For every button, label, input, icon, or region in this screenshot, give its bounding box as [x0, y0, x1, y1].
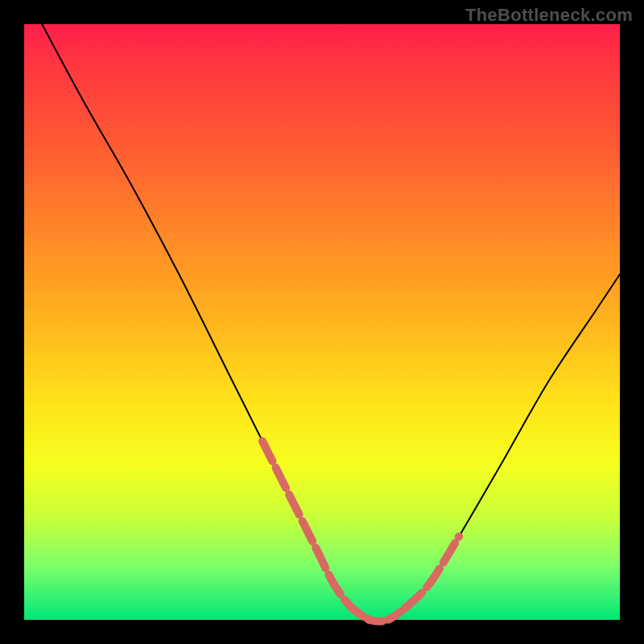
watermark-text: TheBottleneck.com [465, 5, 633, 26]
series-highlight-bottom [352, 608, 406, 621]
plot-area [24, 24, 620, 620]
series-highlight-left [262, 441, 369, 620]
chart-frame: TheBottleneck.com [0, 0, 644, 644]
series-main-curve [42, 24, 620, 621]
series-highlight-right [406, 536, 460, 608]
curve-svg [24, 24, 620, 620]
